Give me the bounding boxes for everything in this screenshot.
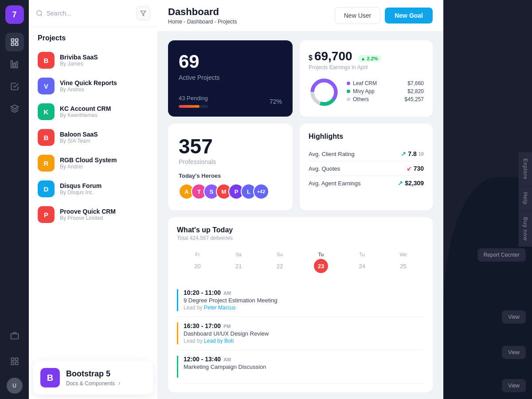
tab-buy-now[interactable]: Buy now bbox=[518, 211, 532, 247]
progress-bar bbox=[179, 105, 208, 108]
project-item[interactable]: K KC Account CRM By Keenthemes bbox=[33, 99, 153, 125]
project-item[interactable]: B Baloon SaaS By SIA Team bbox=[33, 125, 153, 150]
svg-rect-4 bbox=[11, 61, 12, 68]
sidebar-item-briefcase[interactable] bbox=[5, 326, 24, 345]
cal-day-23[interactable]: Tu23 bbox=[300, 248, 341, 277]
view-button-3[interactable]: View bbox=[502, 379, 526, 392]
project-name: Baloon SaaS bbox=[60, 131, 98, 138]
svg-rect-0 bbox=[11, 39, 14, 42]
sidebar-item-dashboard[interactable] bbox=[5, 33, 24, 51]
project-by: By James bbox=[60, 61, 98, 67]
hero-avatar-more: +42 bbox=[253, 184, 269, 200]
progress-percent: 72% bbox=[270, 98, 282, 105]
svg-rect-10 bbox=[15, 358, 18, 361]
breadcrumb: Home - Dashboard - Projects bbox=[168, 19, 237, 25]
search-bar bbox=[29, 0, 157, 27]
dashboard-area: 69 Active Projects 43 Pending 72% $ 69,7… bbox=[157, 31, 443, 399]
svg-marker-7 bbox=[11, 105, 18, 109]
sidebar-item-grid2[interactable] bbox=[5, 352, 24, 371]
svg-rect-12 bbox=[15, 362, 18, 365]
calendar-card: What's up Today Total 424,567 deliveries… bbox=[168, 217, 433, 392]
earnings-dollar: $ bbox=[309, 54, 313, 62]
project-by: By Andrei bbox=[60, 164, 117, 170]
highlights-card: Highlights Avg. Client Rating ↗ 7.8 10 A… bbox=[300, 124, 433, 210]
docs-link[interactable]: Docs & Components bbox=[66, 380, 122, 387]
row-1: 69 Active Projects 43 Pending 72% $ 69,7… bbox=[168, 40, 433, 117]
sidebar-item-layers[interactable] bbox=[5, 99, 24, 118]
project-name: Disqus Forum bbox=[60, 182, 102, 189]
projects-title: Projects bbox=[29, 27, 157, 47]
sidebar-item-tasks[interactable] bbox=[5, 77, 24, 96]
svg-point-13 bbox=[37, 11, 42, 16]
highlights-title: Highlights bbox=[309, 133, 424, 141]
new-goal-button[interactable]: New Goal bbox=[385, 8, 433, 23]
filter-button[interactable] bbox=[136, 6, 150, 20]
cal-day-25[interactable]: We25 bbox=[383, 248, 424, 277]
project-name: Briviba SaaS bbox=[60, 54, 98, 61]
heroes-section: Today's Heroes A T S M P L +42 bbox=[179, 172, 282, 200]
event-line bbox=[177, 289, 178, 311]
project-logo: V bbox=[38, 78, 55, 94]
search-input[interactable] bbox=[47, 10, 133, 17]
sidebar-user-avatar[interactable]: U bbox=[7, 378, 23, 394]
project-item[interactable]: R RGB Cloud System By Andrei bbox=[33, 150, 153, 176]
project-name: Vine Quick Reports bbox=[60, 79, 117, 86]
svg-rect-1 bbox=[15, 39, 18, 42]
sidebar-item-analytics[interactable] bbox=[5, 55, 24, 74]
cal-day-22[interactable]: Su22 bbox=[259, 248, 301, 277]
project-list: B Briviba SaaS By James V Vine Quick Rep… bbox=[29, 47, 157, 356]
svg-rect-2 bbox=[11, 43, 14, 46]
row-3: What's up Today Total 424,567 deliveries… bbox=[168, 217, 433, 392]
project-item[interactable]: V Vine Quick Reports By Andres bbox=[33, 73, 153, 99]
cal-day-24[interactable]: Tu24 bbox=[341, 248, 383, 277]
main-content: Dashboard Home - Dashboard - Projects Ne… bbox=[157, 0, 443, 399]
sidebar: 7 U bbox=[0, 0, 29, 399]
view-button-2[interactable]: View bbox=[502, 346, 526, 359]
bootstrap-logo: B bbox=[40, 368, 60, 387]
project-item[interactable]: B Briviba SaaS By James bbox=[33, 47, 153, 73]
earnings-values: $7,660 $2,820 $45,257 bbox=[405, 80, 424, 104]
project-logo: K bbox=[38, 103, 55, 120]
event-3: 12:00 - 13:40 AM Marketing Campaign Disc… bbox=[177, 350, 424, 383]
active-projects-label: Active Projects bbox=[179, 74, 282, 81]
donut-legend: Leaf CRM Mivy App Others bbox=[347, 80, 377, 104]
svg-line-14 bbox=[41, 15, 42, 16]
svg-rect-3 bbox=[15, 43, 18, 46]
new-user-button[interactable]: New User bbox=[335, 7, 380, 24]
project-item[interactable]: D Disqus Forum By Disqus Inc. bbox=[33, 176, 153, 202]
bootstrap-card: B Bootstrap 5 Docs & Components bbox=[33, 361, 153, 395]
avatars-row: A T S M P L +42 bbox=[179, 184, 282, 200]
donut-row: Leaf CRM Mivy App Others $7,660 $2,820 $… bbox=[309, 77, 424, 108]
project-logo: B bbox=[38, 129, 55, 146]
right-tabs: Explore Help Buy now bbox=[518, 152, 532, 246]
svg-marker-15 bbox=[141, 11, 146, 16]
trend-icon: ↙ bbox=[407, 165, 412, 172]
earnings-card: $ 69,700 ▲ 2.2% Projects Earnings in Apr… bbox=[300, 40, 433, 117]
svg-rect-9 bbox=[11, 358, 14, 361]
project-name: RGB Cloud System bbox=[60, 156, 117, 164]
view-button-1[interactable]: View bbox=[502, 310, 526, 324]
right-panel: Explore Help Buy now Report Cecnter View… bbox=[443, 0, 532, 399]
tab-explore[interactable]: Explore bbox=[518, 152, 532, 186]
user-number-badge[interactable]: 7 bbox=[5, 5, 24, 24]
project-item[interactable]: P Proove Quick CRM By Proove Limited bbox=[33, 202, 153, 227]
professionals-label: Professionals bbox=[179, 158, 282, 165]
svg-rect-11 bbox=[11, 362, 14, 365]
event-line bbox=[177, 322, 178, 344]
project-by: By Andres bbox=[60, 86, 117, 93]
project-by: By Disqus Inc. bbox=[60, 189, 102, 196]
active-projects-card: 69 Active Projects 43 Pending 72% bbox=[168, 40, 293, 117]
what-today-title: What's up Today bbox=[177, 226, 424, 234]
active-projects-count: 69 bbox=[179, 51, 282, 72]
highlight-row-quotes: Avg. Quotes ↙ 730 bbox=[309, 161, 424, 176]
cal-day-20[interactable]: Fr20 bbox=[177, 248, 218, 277]
tab-help[interactable]: Help bbox=[518, 186, 532, 211]
project-by: By SIA Team bbox=[60, 138, 98, 144]
report-center-button[interactable]: Report Cecnter bbox=[477, 248, 526, 262]
row-2: 357 Professionals Today's Heroes A T S M… bbox=[168, 124, 433, 210]
project-by: By Keenthemes bbox=[60, 112, 111, 118]
top-bar: Dashboard Home - Dashboard - Projects Ne… bbox=[157, 0, 443, 31]
trend-icon: ↗ bbox=[398, 180, 403, 187]
event-1: 10:20 - 11:00 AM 9 Degree Project Estima… bbox=[177, 284, 424, 317]
cal-day-21[interactable]: Sa21 bbox=[218, 248, 259, 277]
